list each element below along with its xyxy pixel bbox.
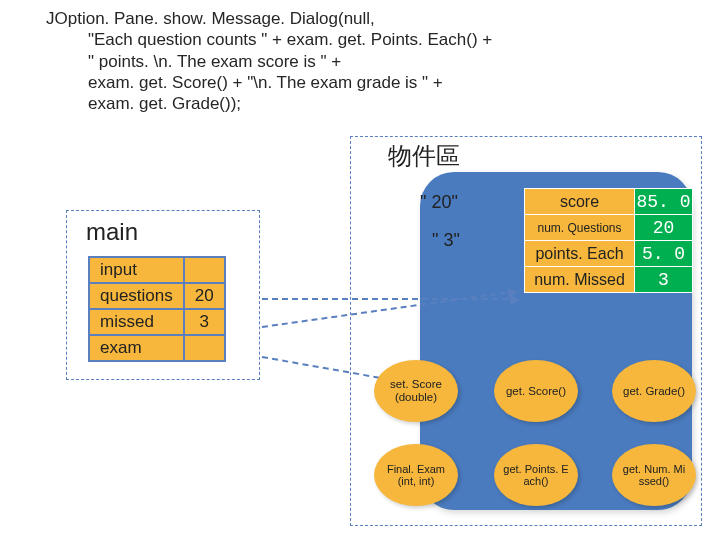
method-label: Final. Exam (int, int) bbox=[378, 463, 454, 487]
arg-3: " 3" bbox=[432, 230, 460, 251]
method-getScore: get. Score() bbox=[494, 360, 578, 422]
method-setScore: set. Score (double) bbox=[374, 360, 458, 422]
var-name: input bbox=[89, 257, 184, 283]
arg-20: " 20" bbox=[420, 192, 458, 213]
method-label: get. Score() bbox=[506, 385, 566, 398]
main-title: main bbox=[86, 218, 138, 246]
var-name: questions bbox=[89, 283, 184, 309]
main-vars-table: input questions 20 missed 3 exam bbox=[88, 256, 226, 362]
field-row-score: score 85. 0 bbox=[525, 189, 693, 215]
var-row-input: input bbox=[89, 257, 225, 283]
var-val: 3 bbox=[184, 309, 225, 335]
var-val bbox=[184, 335, 225, 361]
field-name: num. Missed bbox=[525, 267, 635, 293]
field-name: score bbox=[525, 189, 635, 215]
method-getPointsEach: get. Points. E ach() bbox=[494, 444, 578, 506]
var-row-questions: questions 20 bbox=[89, 283, 225, 309]
method-finalExam: Final. Exam (int, int) bbox=[374, 444, 458, 506]
code-block: JOption. Pane. show. Message. Dialog(nul… bbox=[46, 8, 492, 114]
method-label: get. Grade() bbox=[623, 385, 685, 398]
field-name: points. Each bbox=[525, 241, 635, 267]
field-val: 3 bbox=[635, 267, 693, 293]
var-name: missed bbox=[89, 309, 184, 335]
field-row-numQuestions: num. Questions 20 bbox=[525, 215, 693, 241]
object-fields: score 85. 0 num. Questions 20 points. Ea… bbox=[524, 188, 693, 293]
code-line-3: " points. \n. The exam score is " + bbox=[88, 51, 492, 72]
code-line-5: exam. get. Grade()); bbox=[88, 93, 492, 114]
field-val: 20 bbox=[635, 215, 693, 241]
method-label: get. Num. Mi ssed() bbox=[616, 463, 692, 487]
var-row-exam: exam bbox=[89, 335, 225, 361]
field-val: 5. 0 bbox=[635, 241, 693, 267]
method-getNumMissed: get. Num. Mi ssed() bbox=[612, 444, 696, 506]
method-getGrade: get. Grade() bbox=[612, 360, 696, 422]
code-line-1: JOption. Pane. show. Message. Dialog(nul… bbox=[46, 8, 492, 29]
method-label: set. Score (double) bbox=[378, 378, 454, 403]
field-row-pointsEach: points. Each 5. 0 bbox=[525, 241, 693, 267]
field-name: num. Questions bbox=[525, 215, 635, 241]
method-label: get. Points. E ach() bbox=[498, 463, 574, 487]
field-row-numMissed: num. Missed 3 bbox=[525, 267, 693, 293]
var-row-missed: missed 3 bbox=[89, 309, 225, 335]
code-line-2: "Each question counts " + exam. get. Poi… bbox=[88, 29, 492, 50]
var-val bbox=[184, 257, 225, 283]
var-name: exam bbox=[89, 335, 184, 361]
field-val: 85. 0 bbox=[635, 189, 693, 215]
arrow-questions-to-numquestions bbox=[262, 298, 518, 300]
var-val: 20 bbox=[184, 283, 225, 309]
code-line-4: exam. get. Score() + "\n. The exam grade… bbox=[88, 72, 492, 93]
